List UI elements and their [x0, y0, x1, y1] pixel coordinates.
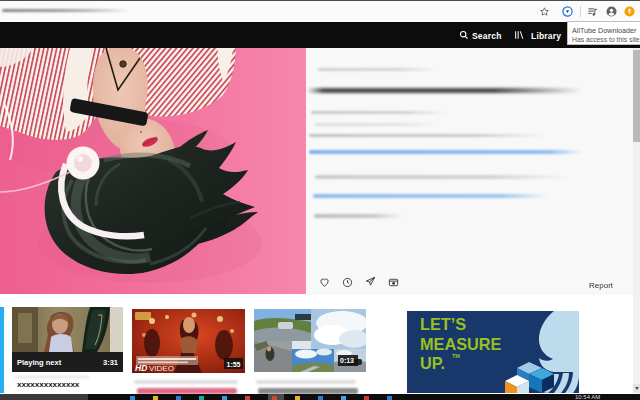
svg-text:LET’S: LET’S: [420, 315, 466, 333]
svg-text:1:55: 1:55: [226, 361, 240, 368]
svg-text:TM: TM: [452, 353, 460, 359]
svg-text:MEASURE: MEASURE: [420, 335, 502, 353]
svg-text:Playing next: Playing next: [17, 358, 62, 367]
svg-text:VIDEO: VIDEO: [149, 364, 174, 373]
svg-text:UP.: UP.: [420, 354, 445, 372]
svg-text:3:31: 3:31: [103, 358, 118, 367]
svg-text:HD: HD: [135, 363, 147, 373]
